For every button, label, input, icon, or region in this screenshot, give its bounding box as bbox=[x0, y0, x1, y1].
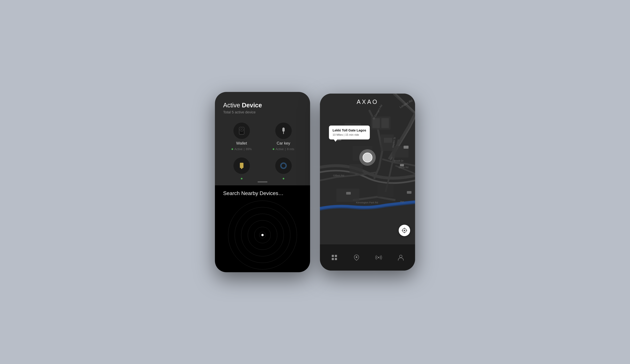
device-grid: Wallet Active | 89% bbox=[223, 123, 302, 180]
wallet-icon bbox=[238, 127, 245, 135]
svg-text:Por...: Por... bbox=[400, 200, 406, 203]
svg-rect-24 bbox=[346, 192, 351, 194]
wallet-icon-circle bbox=[234, 123, 250, 139]
svg-rect-41 bbox=[332, 255, 334, 257]
svg-rect-42 bbox=[335, 255, 337, 257]
svg-rect-19 bbox=[377, 184, 394, 197]
ring-status bbox=[283, 178, 284, 180]
location-popup[interactable]: Lekki Toll Gate Lagos 10 Miles | 15 min … bbox=[329, 126, 370, 140]
svg-rect-8 bbox=[320, 94, 415, 244]
phones-container: Active Device Total 5 active device Wall… bbox=[215, 92, 415, 272]
panel-subtitle: Total 5 active device bbox=[223, 110, 302, 114]
gps-icon bbox=[402, 227, 407, 233]
svg-text:Kennington Park Rd: Kennington Park Rd bbox=[356, 201, 378, 204]
grid-icon bbox=[331, 254, 338, 261]
tag-icon bbox=[239, 163, 244, 169]
person-icon bbox=[398, 254, 404, 261]
svg-rect-4 bbox=[283, 132, 284, 134]
svg-point-36 bbox=[404, 230, 405, 231]
device-ring[interactable] bbox=[265, 158, 302, 180]
svg-point-6 bbox=[241, 168, 242, 169]
ring-icon-circle bbox=[275, 158, 292, 174]
carkey-icon-circle bbox=[275, 123, 292, 139]
gps-button[interactable] bbox=[399, 225, 410, 236]
svg-rect-44 bbox=[335, 258, 337, 260]
svg-rect-11 bbox=[382, 118, 389, 128]
radar-display bbox=[228, 203, 297, 267]
location-marker-outer bbox=[359, 149, 376, 166]
svg-rect-23 bbox=[404, 146, 408, 149]
tag-icon-circle bbox=[234, 158, 250, 174]
tag-status bbox=[241, 178, 242, 180]
svg-point-2 bbox=[241, 129, 242, 130]
location-marker-inner bbox=[362, 153, 372, 163]
signal-icon bbox=[376, 254, 382, 261]
nav-signal[interactable] bbox=[372, 251, 385, 264]
device-carkey[interactable]: Car key Active | 8 mts bbox=[265, 123, 302, 151]
svg-point-7 bbox=[281, 163, 286, 168]
location-pin-icon bbox=[353, 254, 360, 261]
svg-rect-25 bbox=[407, 191, 412, 194]
tag-status-dot bbox=[241, 178, 242, 180]
panel-title: Active Device bbox=[223, 102, 302, 109]
left-phone: Active Device Total 5 active device Wall… bbox=[215, 92, 310, 272]
wallet-status-dot bbox=[232, 148, 233, 150]
carkey-name: Car key bbox=[276, 141, 290, 146]
nav-profile[interactable] bbox=[394, 251, 407, 264]
bottom-navigation bbox=[320, 244, 415, 271]
svg-text:Dante Rd: Dante Rd bbox=[399, 166, 408, 169]
map-area[interactable]: London Rd St George's Rd Hayles St Brook… bbox=[320, 94, 415, 244]
svg-point-45 bbox=[356, 256, 357, 258]
popup-location-subtitle: 10 Miles | 15 min ride bbox=[332, 133, 366, 137]
ring-icon bbox=[280, 162, 287, 169]
map-background: London Rd St George's Rd Hayles St Brook… bbox=[320, 94, 415, 244]
svg-rect-20 bbox=[336, 189, 359, 202]
device-tag[interactable] bbox=[223, 158, 260, 180]
svg-rect-3 bbox=[282, 128, 285, 132]
svg-text:Gilbert Rd: Gilbert Rd bbox=[333, 174, 344, 177]
svg-point-47 bbox=[400, 255, 402, 258]
carkey-icon bbox=[281, 127, 286, 134]
axao-logo: AXAO bbox=[357, 99, 378, 105]
search-nearby-text: Search Nearby Devices… bbox=[223, 190, 284, 196]
svg-text:Brook Dr: Brook Dr bbox=[394, 159, 404, 162]
radar-center-dot bbox=[261, 234, 264, 236]
search-nearby-panel: Search Nearby Devices… bbox=[215, 185, 310, 272]
nav-location[interactable] bbox=[350, 251, 363, 264]
svg-rect-14 bbox=[384, 138, 388, 143]
scroll-indicator bbox=[258, 182, 268, 182]
wallet-status: Active | 89% bbox=[232, 148, 252, 151]
svg-rect-43 bbox=[332, 258, 334, 260]
right-phone: London Rd St George's Rd Hayles St Brook… bbox=[320, 94, 415, 271]
nav-home[interactable] bbox=[328, 251, 341, 264]
carkey-status: Active | 8 mts bbox=[273, 148, 294, 151]
popup-location-title: Lekki Toll Gate Lagos bbox=[332, 129, 366, 132]
svg-point-46 bbox=[378, 257, 379, 258]
active-devices-panel: Active Device Total 5 active device Wall… bbox=[215, 92, 310, 185]
wallet-name: Wallet bbox=[236, 141, 247, 146]
ring-status-dot bbox=[283, 178, 284, 180]
device-wallet[interactable]: Wallet Active | 89% bbox=[223, 123, 260, 151]
current-location-marker bbox=[359, 149, 376, 166]
carkey-status-dot bbox=[273, 148, 274, 150]
svg-rect-15 bbox=[388, 138, 392, 143]
svg-rect-5 bbox=[240, 163, 244, 168]
